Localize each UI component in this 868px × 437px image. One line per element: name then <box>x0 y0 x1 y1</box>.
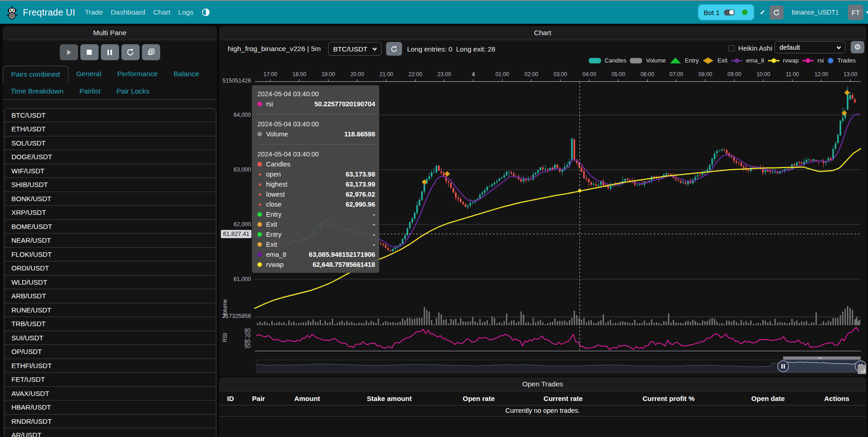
svg-text:64,000: 64,000 <box>234 112 251 118</box>
svg-text:RSI: RSI <box>222 333 228 342</box>
svg-text:63,000: 63,000 <box>234 166 251 173</box>
svg-text:08:00: 08:00 <box>699 71 712 78</box>
svg-text:04:00: 04:00 <box>582 71 596 78</box>
svg-text:21:00: 21:00 <box>379 71 393 78</box>
svg-text:01:00: 01:00 <box>496 71 509 78</box>
svg-text:20:00: 20:00 <box>350 71 364 78</box>
svg-text:19:00: 19:00 <box>321 71 335 78</box>
svg-text:515051426: 515051426 <box>222 78 251 84</box>
svg-text:06:00: 06:00 <box>640 71 654 78</box>
svg-text:17:00: 17:00 <box>263 71 277 78</box>
svg-text:11:00: 11:00 <box>786 71 799 78</box>
svg-text:23:00: 23:00 <box>438 71 451 78</box>
svg-text:13:00: 13:00 <box>843 71 857 78</box>
svg-text:50: 50 <box>245 343 251 349</box>
svg-text:05:00: 05:00 <box>612 71 625 78</box>
svg-text:02:00: 02:00 <box>524 71 538 78</box>
svg-text:22:00: 22:00 <box>408 71 422 78</box>
svg-text:Volume: Volume <box>222 299 228 317</box>
svg-text:09:00: 09:00 <box>727 71 741 78</box>
svg-text:62,000: 62,000 <box>234 221 251 228</box>
svg-text:61,000: 61,000 <box>234 276 251 282</box>
svg-text:03:00: 03:00 <box>554 71 567 78</box>
svg-text:10:00: 10:00 <box>757 71 770 78</box>
svg-text:07:00: 07:00 <box>669 71 683 78</box>
svg-text:12:00: 12:00 <box>815 71 828 78</box>
svg-text:18:00: 18:00 <box>293 71 306 78</box>
svg-text:4: 4 <box>472 71 475 78</box>
